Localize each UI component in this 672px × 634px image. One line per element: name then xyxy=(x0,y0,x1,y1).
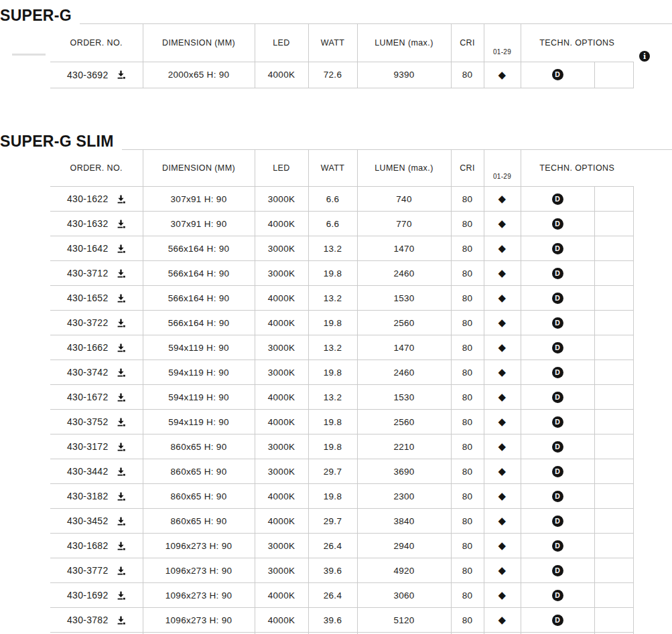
download-icon[interactable] xyxy=(116,70,126,80)
empty-end-cell xyxy=(594,187,633,212)
col-header-01-29: 01-29 xyxy=(484,24,521,62)
led-cell: 3000K xyxy=(255,335,308,360)
watt-cell: 19.8 xyxy=(308,360,357,385)
table-row: 430-3692 2000x65 H: 904000K72.6939080◆D xyxy=(12,62,633,88)
order-no-cell: 430-1632 xyxy=(50,212,143,236)
dimension-cell: 594x119 H: 90 xyxy=(143,385,255,410)
led-cell: 4000K xyxy=(255,62,308,88)
dimension-cell: 566x164 H: 90 xyxy=(143,286,255,311)
dimension-cell: 1096x273 H: 90 xyxy=(143,608,255,633)
download-icon[interactable] xyxy=(116,318,126,328)
techn-options-cell: D xyxy=(521,261,594,286)
download-icon[interactable] xyxy=(116,615,126,625)
cri-cell: 80 xyxy=(451,534,484,558)
order-no-cell: 430-3782 xyxy=(50,608,143,633)
lumen-cell: 1530 xyxy=(357,385,451,410)
dimension-cell: 566x164 H: 90 xyxy=(143,261,255,286)
table-header-row: ORDER. NO. DIMENSION (MM) LED WATT LUMEN… xyxy=(12,24,633,62)
techn-options-cell: D xyxy=(521,187,594,212)
symbol-01-29-cell: ◆ xyxy=(484,311,521,335)
download-icon[interactable] xyxy=(116,368,126,378)
watt-cell: 19.8 xyxy=(308,484,357,509)
download-icon[interactable] xyxy=(116,590,126,601)
image-cell xyxy=(12,434,50,459)
cri-cell: 80 xyxy=(451,236,484,261)
symbol-01-29-cell: ◆ xyxy=(484,335,521,360)
dimmable-icon: D xyxy=(552,218,563,230)
dimension-cell: 307x91 H: 90 xyxy=(143,187,255,212)
order-no-text: 430-3692 xyxy=(67,70,109,80)
download-icon[interactable] xyxy=(116,244,126,254)
download-icon[interactable] xyxy=(116,516,126,526)
table-row: 430-1622 307x91 H: 903000K6.674080◆D xyxy=(12,187,633,212)
order-no-cell: 430-1692 xyxy=(50,583,143,608)
watt-cell: 19.8 xyxy=(308,261,357,286)
diamond-icon: ◆ xyxy=(498,341,507,353)
techn-options-cell: D xyxy=(521,236,594,261)
download-icon[interactable] xyxy=(116,467,126,477)
lumen-cell: 9390 xyxy=(357,62,451,88)
col-header-techn-options: TECHN. OPTIONS xyxy=(521,24,633,62)
diamond-icon: ◆ xyxy=(498,490,507,501)
image-cell xyxy=(12,62,50,88)
cri-cell: 80 xyxy=(451,212,484,236)
download-icon[interactable] xyxy=(116,392,126,402)
symbol-01-29-cell: ◆ xyxy=(484,187,521,212)
image-cell xyxy=(12,583,50,608)
col-header-lumen: LUMEN (max.) xyxy=(357,150,451,187)
download-icon[interactable] xyxy=(116,194,126,204)
order-no-wrap: 430-1672 xyxy=(67,392,126,402)
dimension-cell: 566x164 H: 90 xyxy=(143,311,255,335)
order-no-text: 430-1622 xyxy=(67,193,109,204)
order-no-cell: 430-3722 xyxy=(50,311,143,335)
led-cell: 4000K xyxy=(255,410,308,434)
techn-options-cell: D xyxy=(521,62,594,88)
info-icon[interactable]: i xyxy=(639,51,650,62)
download-icon[interactable] xyxy=(116,343,126,353)
techn-options-cell: D xyxy=(521,558,594,583)
order-no-text: 430-3452 xyxy=(67,516,109,526)
table-body: 430-1622 307x91 H: 903000K6.674080◆D430-… xyxy=(12,187,633,634)
cri-cell: 80 xyxy=(451,261,484,286)
dimmable-icon: D xyxy=(552,565,563,576)
download-icon[interactable] xyxy=(116,566,126,576)
order-no-text: 430-1642 xyxy=(67,243,109,254)
led-cell: 3000K xyxy=(255,434,308,459)
order-no-text: 430-1682 xyxy=(67,540,109,551)
section-title: SUPER-G SLIM xyxy=(0,133,114,150)
dimmable-icon: D xyxy=(552,516,563,527)
dimmable-icon: D xyxy=(552,342,563,353)
diamond-icon: ◆ xyxy=(498,292,507,303)
lumen-cell: 740 xyxy=(357,187,451,212)
symbol-01-29-cell: ◆ xyxy=(484,62,521,88)
lumen-cell: 3690 xyxy=(357,459,451,484)
diamond-icon: ◆ xyxy=(498,614,507,625)
download-icon[interactable] xyxy=(116,293,126,303)
dimmable-icon: D xyxy=(552,69,563,80)
image-cell xyxy=(12,236,50,261)
lumen-cell: 3840 xyxy=(357,509,451,534)
download-icon[interactable] xyxy=(116,491,126,501)
col-header-order-no: ORDER. NO. xyxy=(50,24,143,62)
watt-cell: 26.4 xyxy=(308,534,357,558)
table-row: 430-1662 594x119 H: 903000K13.2147080◆D xyxy=(12,335,633,360)
watt-cell: 72.6 xyxy=(308,62,357,88)
dimension-cell: 2000x65 H: 90 xyxy=(143,62,255,88)
download-icon[interactable] xyxy=(116,417,126,427)
watt-cell: 13.2 xyxy=(308,236,357,261)
col-header-watt: WATT xyxy=(308,24,357,62)
watt-cell: 19.8 xyxy=(308,434,357,459)
lumen-cell: 2300 xyxy=(357,484,451,509)
watt-cell: 29.7 xyxy=(308,459,357,484)
download-icon[interactable] xyxy=(116,268,126,279)
download-icon[interactable] xyxy=(116,442,126,452)
download-icon[interactable] xyxy=(116,219,126,229)
order-no-text: 430-3722 xyxy=(67,317,109,328)
image-cell xyxy=(12,261,50,286)
image-cell xyxy=(12,608,50,633)
watt-cell: 13.2 xyxy=(308,385,357,410)
col-header-lumen: LUMEN (max.) xyxy=(357,24,451,62)
led-cell: 4000K xyxy=(255,286,308,311)
download-icon[interactable] xyxy=(116,541,126,551)
order-no-wrap: 430-3752 xyxy=(67,416,126,427)
